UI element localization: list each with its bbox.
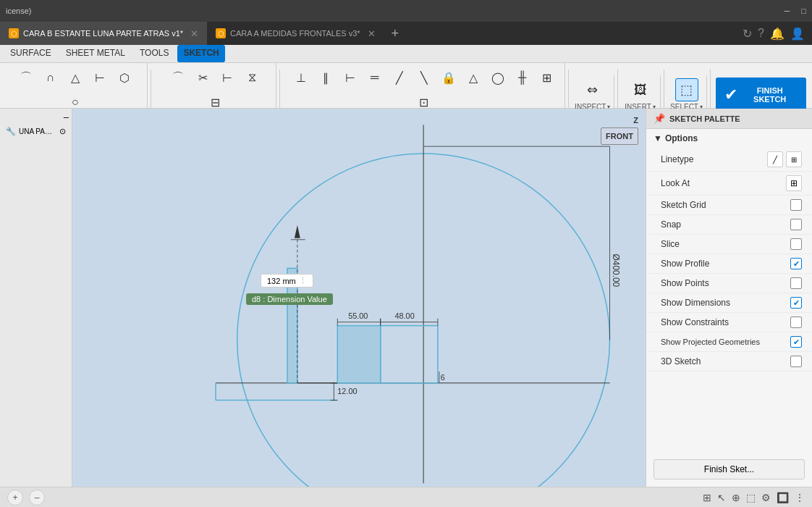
parallel-tool[interactable]: ╱ (388, 66, 411, 89)
add-item-btn[interactable]: + (7, 490, 23, 506)
minimize-btn[interactable]: ─ (784, 7, 790, 15)
show-points-checkbox[interactable] (790, 277, 802, 289)
tangent-tool[interactable]: ⊢ (339, 66, 362, 89)
snap-checkbox[interactable] (790, 219, 802, 230)
show-constraints-checkbox[interactable] (790, 317, 802, 328)
arc-tool[interactable]: ∩ (39, 66, 62, 89)
linetype-icon-1[interactable]: ╱ (767, 151, 783, 167)
bell-icon[interactable]: 🔔 (770, 27, 784, 41)
palette-pin-icon[interactable]: 📌 (654, 113, 665, 124)
show-projected-label: Show Projected Geometries (661, 338, 760, 346)
component-settings-icon[interactable]: ⊙ (59, 127, 66, 136)
plus-icon: + (12, 493, 17, 503)
nav-tab-surface[interactable]: SURFACE (4, 45, 57, 62)
linetype-row: Linetype ╱ ⊞ (646, 148, 812, 172)
tab-2-label: CARA A MEDIDAS FRONTALES v3* (230, 29, 360, 38)
slice-label: Slice (661, 239, 680, 249)
triangle-tool[interactable]: △ (64, 66, 87, 89)
grid-icon[interactable]: ⊞ (703, 492, 711, 503)
canvas-svg: Ø400.00 55.00 (72, 109, 646, 487)
dimension-tooltip[interactable]: 132 mm ⋮ (261, 274, 313, 288)
3d-sketch-checkbox[interactable] (790, 356, 802, 367)
more-icon[interactable]: ⋮ (795, 492, 805, 503)
line-tool[interactable]: ⌒ (14, 66, 38, 89)
sketch-grid-checkbox[interactable] (790, 199, 802, 211)
symmetric-tool[interactable]: ⊞ (536, 66, 559, 89)
show-constraints-label: Show Constraints (661, 317, 729, 327)
tab-1[interactable]: ⬡ CARA B ESTANTE LUNA PARTE ATRAS v1* ✕ (0, 22, 207, 45)
show-profile-checkbox[interactable]: ✔ (790, 258, 802, 269)
cursor-icon[interactable]: ↖ (717, 492, 726, 503)
slice-checkbox[interactable] (790, 238, 802, 250)
show-points-row: Show Points (646, 274, 812, 293)
front-face[interactable]: FRONT (601, 127, 638, 145)
mirror-tool[interactable]: ⧖ (240, 66, 263, 89)
polygon-tool[interactable]: ⬡ (113, 66, 136, 89)
midpoint-tool[interactable]: ╫ (511, 66, 534, 89)
rect-tool[interactable]: ⊢ (88, 66, 111, 89)
nav-tab-sheetmetal[interactable]: SHEET METAL (60, 45, 131, 62)
angle-tool[interactable]: △ (462, 66, 485, 89)
collinear-tool[interactable]: ∥ (314, 66, 337, 89)
show-dimensions-row: Show Dimensions ✔ (646, 293, 812, 313)
show-projected-checkbox[interactable]: ✔ (790, 336, 802, 348)
measure-tool[interactable]: ⇔ (581, 78, 604, 101)
tab-1-close[interactable]: ✕ (190, 28, 198, 39)
display-icon[interactable]: 🔲 (777, 492, 789, 503)
fillet-tool[interactable]: ⌒ (166, 66, 190, 89)
circle-constraint[interactable]: ◯ (486, 66, 509, 89)
sketch-grid-row: Sketch Grid (646, 196, 812, 215)
title-bar: icense) ─ □ (0, 0, 812, 22)
extend-tool[interactable]: ⊢ (216, 66, 239, 89)
left-panel-item-1[interactable]: 🔧 UNA PARTI... ⊙ (3, 125, 69, 138)
canvas-area[interactable]: Ø400.00 55.00 (72, 109, 646, 487)
finish-sketch-button[interactable]: ✔ FINISH SKETCH (716, 77, 806, 112)
collapse-panel-btn[interactable]: – (64, 112, 69, 122)
lookat-icon[interactable]: ⊞ (786, 175, 802, 191)
finish-sketch-palette-button[interactable]: Finish Sket... (654, 459, 805, 479)
trim-tool[interactable]: ✂ (191, 66, 214, 89)
main-area: – 🔧 UNA PARTI... ⊙ Ø400.00 (0, 109, 812, 487)
coincident-tool[interactable]: ⊥ (289, 66, 313, 89)
svg-text:48.00: 48.00 (395, 311, 415, 320)
tab-2[interactable]: ⬡ CARA A MEDIDAS FRONTALES v3* ✕ (207, 22, 384, 45)
equal-tool[interactable]: ═ (363, 66, 386, 89)
show-constraints-row: Show Constraints (646, 313, 812, 332)
help-icon[interactable]: ? (758, 27, 764, 40)
zoom-fit-icon[interactable]: ⬚ (746, 492, 756, 503)
palette-header: 📌 SKETCH PALETTE (646, 109, 812, 129)
settings-icon[interactable]: ⚙ (761, 492, 771, 503)
dim-menu-icon[interactable]: ⋮ (299, 276, 307, 285)
perpendicular-tool[interactable]: ╲ (413, 66, 436, 89)
tab-bar-right: ↻ ? 🔔 👤 (735, 22, 812, 45)
slice-row: Slice (646, 235, 812, 254)
show-dimensions-checkbox[interactable]: ✔ (790, 297, 802, 309)
options-arrow-icon: ▼ (654, 133, 662, 143)
lock-tool[interactable]: 🔒 (437, 66, 460, 89)
maximize-btn[interactable]: □ (801, 7, 806, 15)
svg-text:55.00: 55.00 (348, 311, 368, 320)
options-label: Options (665, 133, 698, 143)
tab-1-icon: ⬡ (9, 28, 19, 38)
dim-label-text: d8 : Dimension Value (252, 295, 327, 303)
nav-tab-sketch[interactable]: SKETCH (177, 45, 224, 62)
lookat-label: Look At (661, 178, 690, 188)
linetype-icon-2[interactable]: ⊞ (786, 151, 802, 167)
refresh-icon[interactable]: ↻ (743, 27, 752, 41)
tab-2-close[interactable]: ✕ (368, 28, 376, 39)
options-section-title[interactable]: ▼ Options (646, 129, 812, 148)
profile-icon[interactable]: 👤 (790, 27, 805, 41)
collapse-btn[interactable]: – (29, 490, 45, 506)
show-dimensions-label: Show Dimensions (661, 298, 730, 308)
insert-image-tool[interactable]: 🖼 (629, 78, 652, 101)
palette-title: SKETCH PALETTE (669, 114, 740, 123)
z-axis-label: Z (633, 116, 638, 125)
zoom-icon[interactable]: ⊕ (732, 492, 740, 503)
new-tab-button[interactable]: + (384, 22, 407, 45)
nav-tab-tools[interactable]: TOOLS (134, 45, 174, 62)
finish-sketch-check-icon: ✔ (724, 85, 737, 104)
select-tool[interactable]: ⬚ (675, 78, 698, 101)
show-projected-row: Show Projected Geometries ✔ (646, 332, 812, 352)
linetype-label: Linetype (661, 154, 693, 164)
show-profile-label: Show Profile (661, 259, 709, 269)
